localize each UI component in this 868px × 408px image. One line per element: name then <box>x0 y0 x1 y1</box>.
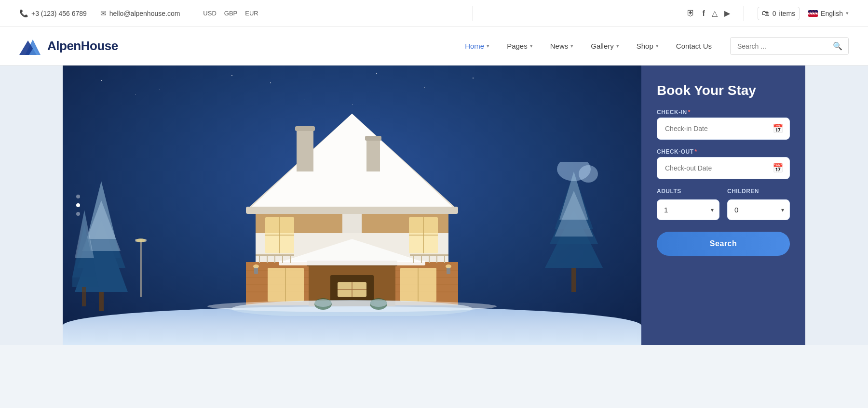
children-select-wrap: 0 1 2 3 4 ▾ <box>727 199 790 220</box>
currency-eur[interactable]: EUR <box>245 10 258 17</box>
svg-marker-25 <box>251 114 453 208</box>
chevron-down-icon: ▾ <box>616 43 619 49</box>
svg-rect-13 <box>140 239 142 297</box>
top-bar-divider-2 <box>744 6 744 21</box>
logo-text: AlpenHouse <box>47 39 118 53</box>
svg-rect-58 <box>279 261 425 265</box>
svg-marker-5 <box>75 220 128 292</box>
nav-item-news[interactable]: News ▾ <box>542 38 583 54</box>
phone-number: +3 (123) 456 6789 <box>31 10 87 17</box>
svg-marker-19 <box>559 171 588 220</box>
search-icon: 🔍 <box>833 42 842 50</box>
svg-rect-14 <box>135 239 147 242</box>
adults-select-wrap: 1 2 3 4 5 ▾ <box>657 199 719 220</box>
svg-marker-11 <box>75 210 94 258</box>
logo[interactable]: AlpenHouse <box>19 37 118 56</box>
checkout-label: CHECK-OUT* <box>657 148 790 155</box>
nav-item-shop[interactable]: Shop ▾ <box>628 38 667 54</box>
svg-rect-26 <box>297 128 313 171</box>
cart-area[interactable]: 🛍 0 items <box>758 7 800 20</box>
cart-count: 0 <box>773 10 776 17</box>
nav-link-gallery[interactable]: Gallery ▾ <box>582 38 628 54</box>
nav-link-shop[interactable]: Shop ▾ <box>628 38 667 54</box>
chevron-down-icon: ▾ <box>487 43 489 49</box>
svg-marker-16 <box>555 171 593 229</box>
language-label: English <box>821 10 843 17</box>
checkin-label: CHECK-IN* <box>657 109 790 116</box>
phone-contact: 📞 +3 (123) 456 6789 <box>19 9 87 18</box>
svg-point-23 <box>579 165 598 183</box>
svg-rect-27 <box>295 126 315 131</box>
top-bar-left: 📞 +3 (123) 456 6789 ✉ hello@alpenhouse.c… <box>19 9 258 18</box>
children-select[interactable]: 0 1 2 3 4 <box>727 199 790 220</box>
nav-link-news[interactable]: News ▾ <box>542 38 583 54</box>
chevron-down-icon: ▾ <box>530 43 533 49</box>
flag-icon <box>808 10 818 17</box>
house-container <box>207 104 497 316</box>
slide-dot-2[interactable] <box>76 203 80 207</box>
trees-left <box>72 162 169 316</box>
hero-section: Book Your Stay CHECK-IN* 📅 CHECK-OUT* <box>63 66 805 345</box>
top-bar-right: ⛨ f △ ▶ 🛍 0 items English ▾ <box>687 6 849 21</box>
nav-item-home[interactable]: Home ▾ <box>456 38 498 54</box>
checkin-input[interactable] <box>657 118 790 140</box>
currency-usd[interactable]: USD <box>203 10 216 17</box>
top-bar: 📞 +3 (123) 456 6789 ✉ hello@alpenhouse.c… <box>0 0 868 27</box>
cart-label: items <box>779 10 795 17</box>
svg-rect-29 <box>365 136 381 141</box>
svg-rect-21 <box>571 268 576 292</box>
checkin-input-wrap: 📅 <box>657 118 790 140</box>
svg-marker-7 <box>82 200 121 251</box>
nav-link-contact[interactable]: Contact Us <box>667 38 720 54</box>
slide-dots <box>76 195 80 216</box>
svg-marker-6 <box>87 181 116 239</box>
navbar: AlpenHouse Home ▾ Pages ▾ News ▾ <box>0 27 868 66</box>
adults-select[interactable]: 1 2 3 4 5 <box>657 199 719 220</box>
svg-point-74 <box>253 264 259 268</box>
currency-gbp[interactable]: GBP <box>224 10 237 17</box>
chevron-down-icon: ▾ <box>656 43 659 49</box>
checkout-input[interactable] <box>657 157 790 179</box>
facebook-icon[interactable]: f <box>702 9 705 18</box>
instagram-icon[interactable]: △ <box>712 9 718 18</box>
nav-item-gallery[interactable]: Gallery ▾ <box>582 38 628 54</box>
svg-marker-20 <box>555 191 593 237</box>
svg-marker-17 <box>550 191 598 244</box>
phone-icon: 📞 <box>19 9 28 18</box>
nav-item-contact[interactable]: Contact Us <box>667 38 720 54</box>
chevron-down-icon: ▾ <box>570 43 573 49</box>
social-icons: ⛨ f △ ▶ <box>687 8 730 18</box>
trees-right <box>535 162 612 297</box>
svg-point-15 <box>136 238 146 242</box>
guests-row: ADULTS 1 2 3 4 5 ▾ CHILDREN <box>657 188 790 220</box>
email-icon: ✉ <box>100 9 107 18</box>
youtube-icon[interactable]: ▶ <box>724 9 730 18</box>
adults-label: ADULTS <box>657 188 719 195</box>
nav-item-pages[interactable]: Pages ▾ <box>498 38 542 54</box>
hero-image <box>63 66 641 345</box>
top-bar-divider <box>473 6 473 21</box>
cart-icon: 🛍 <box>762 9 770 18</box>
email-address: hello@alpenhouse.com <box>109 10 180 17</box>
adults-group: ADULTS 1 2 3 4 5 ▾ <box>657 188 719 220</box>
search-input[interactable] <box>731 39 827 54</box>
svg-marker-18 <box>545 210 603 268</box>
svg-rect-12 <box>82 287 86 306</box>
children-label: CHILDREN <box>727 188 790 195</box>
search-button[interactable]: 🔍 <box>827 38 848 54</box>
checkout-group: CHECK-OUT* 📅 <box>657 148 790 179</box>
checkin-required: * <box>688 109 691 116</box>
language-switcher[interactable]: English ▾ <box>808 10 849 17</box>
checkout-required: * <box>695 148 697 155</box>
nav-link-home[interactable]: Home ▾ <box>456 38 498 54</box>
tripadvisor-icon[interactable]: ⛨ <box>687 8 695 18</box>
svg-point-22 <box>557 162 591 181</box>
currency-switcher: USD GBP EUR <box>203 10 258 17</box>
nav-link-pages[interactable]: Pages ▾ <box>498 38 542 54</box>
email-contact: ✉ hello@alpenhouse.com <box>100 9 180 18</box>
slide-dot-3[interactable] <box>76 212 80 216</box>
svg-point-79 <box>314 299 332 307</box>
search-button[interactable]: Search <box>657 232 790 256</box>
slide-dot-1[interactable] <box>76 195 80 198</box>
svg-rect-34 <box>246 207 458 214</box>
